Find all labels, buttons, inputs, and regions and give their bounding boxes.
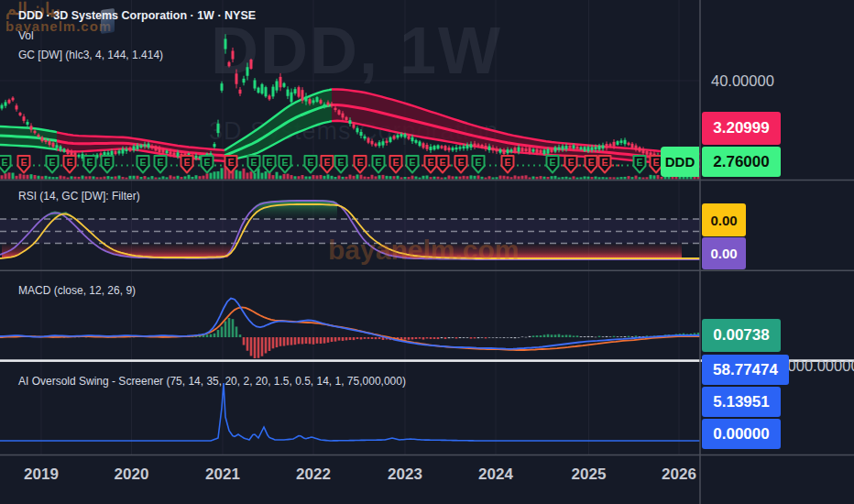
earnings-badge[interactable]: E: [264, 156, 276, 173]
earnings-badge[interactable]: E: [137, 156, 149, 173]
earnings-badge[interactable]: E: [305, 156, 317, 173]
svg-text:E: E: [409, 157, 415, 168]
earnings-badge[interactable]: E: [373, 156, 385, 173]
rsi-upper-badge: 0.00: [702, 203, 746, 236]
earnings-badge[interactable]: E: [322, 156, 334, 173]
band-price-badge: 3.20999: [702, 112, 781, 145]
earnings-badge[interactable]: E: [407, 156, 419, 173]
ticker-badge: DDD: [661, 147, 699, 177]
svg-text:E: E: [457, 157, 464, 168]
time-axis[interactable]: 20192020202120222023202420252026: [0, 455, 854, 504]
svg-text:E: E: [323, 157, 330, 168]
screener-value-badge-2: 5.13951: [702, 387, 781, 417]
earnings-badge[interactable]: E: [502, 156, 514, 173]
svg-text:E: E: [266, 157, 272, 168]
screener-value-badge-1: 58.77474: [702, 355, 789, 385]
year-label: 2022: [296, 466, 331, 484]
svg-text:E: E: [250, 157, 257, 168]
svg-text:E: E: [66, 157, 72, 168]
earnings-badge[interactable]: E: [0, 156, 11, 173]
svg-text:E: E: [392, 157, 399, 168]
symbol-legend[interactable]: DDD · 3D Systems Corporation · 1W · NYSE: [18, 9, 256, 22]
svg-text:E: E: [49, 157, 55, 168]
year-label: 2025: [572, 466, 607, 484]
macd-legend[interactable]: MACD (close, 12, 26, 9): [18, 284, 136, 297]
earnings-badge[interactable]: E: [455, 156, 467, 173]
clipped-axis-label: ,000.00000: [783, 357, 854, 375]
gc-indicator-legend[interactable]: GC [DW] (hlc3, 4, 144, 1.414): [18, 49, 163, 61]
svg-text:E: E: [587, 157, 594, 168]
earnings-badge[interactable]: E: [335, 156, 347, 173]
earnings-badge[interactable]: E: [565, 156, 577, 173]
earnings-badge[interactable]: E: [279, 156, 291, 173]
screener-value-badge-3: 0.00000: [702, 419, 781, 449]
macd-value-badge: 0.00738: [702, 319, 781, 352]
macd-panel[interactable]: [0, 299, 700, 358]
earnings-badge[interactable]: E: [47, 156, 59, 173]
earnings-badge[interactable]: E: [586, 156, 597, 173]
earnings-badge[interactable]: E: [202, 156, 214, 173]
svg-text:E: E: [281, 157, 288, 168]
svg-text:E: E: [157, 157, 163, 168]
year-label: 2024: [478, 466, 513, 484]
screener-panel[interactable]: [0, 383, 700, 441]
svg-text:E: E: [20, 157, 27, 168]
price-axis-label: 40.00000: [711, 72, 774, 90]
svg-text:E: E: [203, 157, 210, 168]
earnings-badge[interactable]: E: [355, 156, 367, 173]
earnings-badge[interactable]: E: [473, 156, 485, 173]
rsi-lower-badge: 0.00: [702, 237, 746, 269]
year-label: 2020: [115, 466, 149, 484]
svg-text:E: E: [104, 157, 110, 168]
earnings-badge[interactable]: E: [547, 156, 559, 173]
earnings-badge[interactable]: E: [155, 156, 167, 173]
svg-text:E: E: [307, 157, 313, 168]
svg-text:E: E: [337, 157, 344, 168]
svg-text:E: E: [567, 157, 574, 168]
watermark-site: bayanelm.com: [328, 235, 519, 266]
volume-legend[interactable]: Vol: [18, 29, 34, 42]
svg-text:E: E: [183, 157, 190, 168]
svg-text:E: E: [139, 157, 146, 168]
svg-text:E: E: [227, 157, 234, 168]
earnings-badge[interactable]: E: [437, 156, 449, 173]
tradingview-chart-window: DDD, 1W 3D Systems Corporation EEEEEEEEE…: [0, 0, 854, 504]
svg-text:E: E: [439, 157, 445, 168]
earnings-badge[interactable]: E: [634, 156, 646, 173]
year-label: 2021: [205, 466, 240, 484]
earnings-badge[interactable]: E: [425, 156, 437, 173]
svg-text:E: E: [1, 157, 7, 168]
earnings-badge[interactable]: E: [599, 156, 611, 173]
earnings-badge[interactable]: E: [102, 156, 114, 173]
earnings-badge[interactable]: E: [84, 156, 96, 173]
svg-text:E: E: [427, 157, 433, 168]
last-price-badge: 2.76000: [702, 147, 781, 177]
svg-text:E: E: [475, 157, 481, 168]
svg-text:E: E: [86, 157, 93, 168]
svg-text:E: E: [652, 157, 659, 168]
svg-text:E: E: [601, 157, 608, 168]
svg-text:E: E: [375, 157, 381, 168]
year-label: 2023: [388, 466, 422, 484]
year-label: 2026: [662, 466, 696, 484]
svg-text:E: E: [356, 157, 363, 168]
svg-text:E: E: [549, 157, 555, 168]
svg-text:E: E: [636, 157, 642, 168]
earnings-badge[interactable]: E: [18, 156, 30, 173]
screener-legend[interactable]: AI Oversold Swing - Screener (75, 14, 35…: [18, 375, 406, 388]
rsi-legend[interactable]: RSI (14, GC [DW]: Filter): [18, 190, 140, 203]
earnings-badge[interactable]: E: [390, 156, 402, 173]
earnings-badge[interactable]: E: [181, 156, 193, 173]
year-label: 2019: [24, 466, 59, 484]
earnings-badge[interactable]: E: [64, 156, 76, 173]
svg-text:E: E: [504, 157, 510, 168]
